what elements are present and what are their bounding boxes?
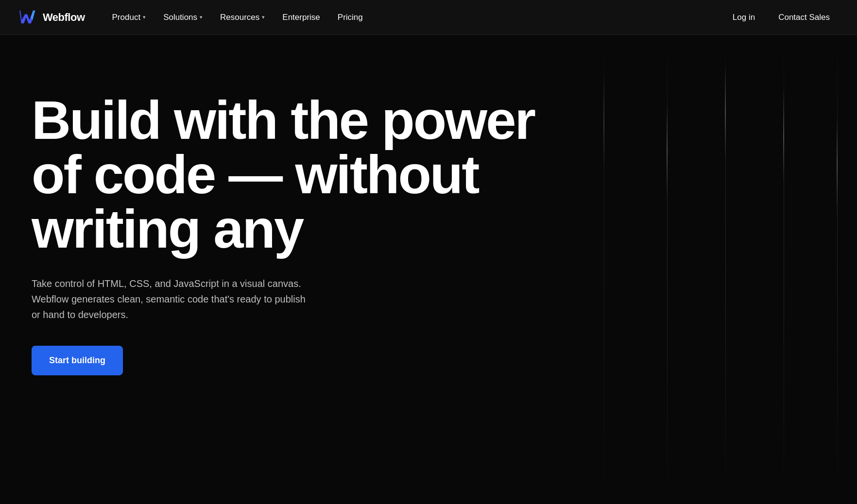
vline-glow-2 [667,103,668,200]
hero-title-line1: Build with the power [32,90,534,151]
nav-item-enterprise-label: Enterprise [282,13,320,22]
hero-title-line3: writing any [32,199,303,259]
nav-item-resources[interactable]: Resources ▾ [212,9,273,26]
hero-title: Build with the power of code — without w… [32,93,534,256]
nav-item-solutions-label: Solutions [163,13,197,22]
nav-item-product[interactable]: Product ▾ [104,9,154,26]
vline-3 [725,35,726,504]
nav-item-resources-label: Resources [220,13,259,22]
vline-5 [837,35,838,504]
nav-item-product-label: Product [112,13,141,22]
nav-item-enterprise[interactable]: Enterprise [274,9,327,26]
hero-subtitle: Take control of HTML, CSS, and JavaScrip… [32,276,313,322]
webflow-logo-icon [19,8,38,27]
chevron-down-icon: ▾ [143,14,146,20]
nav-item-pricing-label: Pricing [338,13,363,22]
hero-title-line2: of code — without [32,144,479,205]
vline-glow-5 [837,118,838,215]
hero-content: Build with the power of code — without w… [32,93,534,375]
logo-text: Webflow [43,11,85,24]
nav-links: Product ▾ Solutions ▾ Resources ▾ Enterp… [104,9,725,26]
nav-item-pricing[interactable]: Pricing [330,9,371,26]
vline-4 [784,35,784,504]
nav-item-solutions[interactable]: Solutions ▾ [155,9,210,26]
vline-2 [667,35,668,504]
vline-glow-1 [603,74,604,171]
logo[interactable]: Webflow [19,8,85,27]
hero-decorative-lines [541,35,857,504]
start-building-button[interactable]: Start building [32,346,123,375]
navbar: Webflow Product ▾ Solutions ▾ Resources … [0,0,857,35]
vline-glow-3 [725,64,726,161]
vline-1 [604,35,604,504]
chevron-down-icon: ▾ [262,14,265,20]
vline-glow-4 [783,88,784,185]
login-link[interactable]: Log in [725,9,763,26]
hero-section: Build with the power of code — without w… [0,35,857,504]
contact-sales-link[interactable]: Contact Sales [771,9,838,26]
nav-right: Log in Contact Sales [725,9,838,26]
chevron-down-icon: ▾ [200,14,203,20]
